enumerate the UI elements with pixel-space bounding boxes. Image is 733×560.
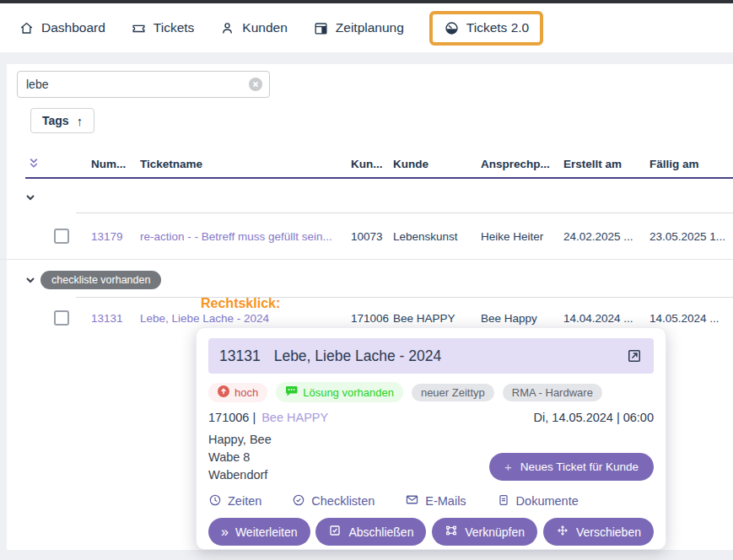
ticket-icon <box>131 20 147 36</box>
search-input[interactable] <box>17 71 270 98</box>
ticket-context-popup: 13131 Lebe, Liebe Lache - 2024 hoch Lösu… <box>196 327 666 550</box>
clear-search-icon[interactable] <box>248 77 263 95</box>
ticket-number-link[interactable]: 13179 <box>91 230 140 243</box>
tag-badge: RMA - Hardware <box>503 384 602 401</box>
nav-item-tickets-2-0[interactable]: Tickets 2.0 <box>444 20 529 36</box>
tags-button-label: Tags <box>42 114 69 127</box>
new-ticket-button-label: Neues Ticket für Kunde <box>520 460 639 473</box>
ticket-number-link[interactable]: 13131 <box>91 312 140 325</box>
cell-erstellt-am: 14.04.2024 ... <box>563 312 649 325</box>
popup-ticket-title: Lebe, Liebe Lache - 2024 <box>274 347 442 365</box>
table-header-row: Num... Ticketname Kun... Kunde Ansprechp… <box>17 150 733 177</box>
cell-kunde: Lebenskunst <box>393 230 481 243</box>
solution-badge: Lösung vorhanden <box>276 382 403 402</box>
search-field <box>17 71 270 98</box>
popup-actions: » Weiterleiten Abschließen Verknüpfen Ve… <box>208 518 654 546</box>
popup-badges: hoch Lösung vorhanden neuer Zeittyp RMA … <box>208 382 654 402</box>
move-icon <box>556 524 569 540</box>
table-row[interactable]: 13179 re-action - - Betreff muss gefüllt… <box>17 213 733 259</box>
document-icon <box>497 493 510 509</box>
due-date: Di, 14.05.2024 | 06:00 <box>534 411 654 424</box>
nav-item-tickets[interactable]: Tickets <box>131 20 195 36</box>
ticket-name-link[interactable]: re-action - - Betreff muss gefüllt sein.… <box>140 230 351 243</box>
header-kunden-nr[interactable]: Kun... <box>351 158 393 170</box>
bottom-band <box>0 550 733 560</box>
abschliessen-button[interactable]: Abschließen <box>315 518 426 546</box>
nav-label-dashboard: Dashboard <box>41 20 105 35</box>
speech-bubble-icon <box>285 385 298 400</box>
cell-kunde: Bee HAPPY <box>393 312 481 325</box>
envelope-icon <box>405 493 419 509</box>
popup-titlebar: 13131 Lebe, Liebe Lache - 2024 <box>208 338 654 374</box>
group-tag-badge[interactable]: checkliste vorhanden <box>40 271 161 289</box>
nav-item-kunden[interactable]: Kunden <box>219 20 287 36</box>
popup-links: Zeiten Checklisten E-Mails Dokumente <box>208 493 654 509</box>
chevrons-right-icon: » <box>221 525 229 539</box>
header-erstellt-am[interactable]: Erstellt am <box>563 158 649 170</box>
new-ticket-button[interactable]: + Neues Ticket für Kunde <box>489 453 654 481</box>
rechtsklick-annotation: Rechtsklick: <box>201 296 280 311</box>
tags-sort-button[interactable]: Tags ↑ <box>30 108 94 133</box>
chevron-down-icon[interactable] <box>24 273 37 287</box>
customer-name-link[interactable]: Bee HAPPY <box>261 411 328 424</box>
verknuepfen-label: Verknüpfen <box>465 525 525 539</box>
customer-number: 171006 | <box>208 411 256 424</box>
link-zeiten-label: Zeiten <box>228 494 261 508</box>
address-line: Happy, Bee <box>208 431 654 449</box>
popup-customer-row: 171006 | Bee HAPPY Di, 14.05.2024 | 06:0… <box>208 411 654 424</box>
verknuepfen-button[interactable]: Verknüpfen <box>432 518 537 546</box>
link-emails-label: E-Mails <box>425 494 466 508</box>
row-checkbox[interactable] <box>54 310 69 326</box>
verschieben-label: Verschieben <box>576 525 641 539</box>
chevron-down-icon[interactable] <box>24 191 37 204</box>
ticket-table: Num... Ticketname Kun... Kunde Ansprechp… <box>17 150 733 338</box>
check-square-icon <box>328 524 342 540</box>
check-circle-icon <box>292 493 305 509</box>
solution-badge-label: Lösung vorhanden <box>303 386 394 399</box>
verschieben-button[interactable]: Verschieben <box>543 518 654 546</box>
calendar-icon <box>313 20 329 36</box>
cell-faellig-am: 14.05.2024 ... <box>649 312 733 325</box>
home-icon <box>19 20 35 36</box>
group-header: checkliste vorhanden <box>17 260 733 297</box>
nav-item-zeitplanung[interactable]: Zeitplanung <box>313 20 404 36</box>
header-ticketname[interactable]: Ticketname <box>140 158 351 170</box>
link-dokumente[interactable]: Dokumente <box>497 493 579 509</box>
plus-icon: + <box>504 460 512 474</box>
ticket-name-link[interactable]: Lebe, Liebe Lache - 2024 <box>140 312 351 325</box>
weiterleiten-button[interactable]: » Weiterleiten <box>208 518 310 546</box>
abschliessen-label: Abschließen <box>348 525 413 539</box>
main-content: Tags ↑ Num... Ticketname Kun... Kunde An… <box>7 64 733 338</box>
user-icon <box>219 20 235 36</box>
row-checkbox[interactable] <box>54 229 69 244</box>
selection-frame-icon <box>445 524 458 540</box>
header-kunde[interactable]: Kunde <box>393 158 481 170</box>
nav-separator-band <box>0 52 733 64</box>
cell-faellig-am: 23.05.2025 1... <box>649 230 733 243</box>
top-navigation: Dashboard Tickets Kunden Zeitplanung Tic… <box>0 3 733 52</box>
arrow-up-circle-icon <box>218 385 229 400</box>
priority-badge: hoch <box>208 383 267 402</box>
cell-ansprechpartner: Heike Heiter <box>481 230 563 243</box>
link-emails[interactable]: E-Mails <box>405 493 466 509</box>
link-checklisten-label: Checklisten <box>311 494 375 508</box>
collapse-all-icon[interactable] <box>17 155 51 172</box>
header-number[interactable]: Num... <box>91 158 140 170</box>
header-faellig-am[interactable]: Fällig am <box>649 158 733 170</box>
nav-label-zeitplanung: Zeitplanung <box>336 20 404 35</box>
link-checklisten[interactable]: Checklisten <box>292 493 375 509</box>
header-ansprechpartner[interactable]: Ansprechp... <box>481 158 563 170</box>
link-zeiten[interactable]: Zeiten <box>208 493 261 509</box>
group-header <box>17 179 733 213</box>
nav-item-dashboard[interactable]: Dashboard <box>19 20 105 36</box>
nav-label-tickets: Tickets <box>154 20 195 35</box>
cell-ansprechpartner: Bee Happy <box>481 312 563 325</box>
link-dokumente-label: Dokumente <box>516 494 579 508</box>
priority-badge-label: hoch <box>234 386 258 399</box>
active-nav-highlight: Tickets 2.0 <box>429 11 543 46</box>
sort-up-arrow-icon: ↑ <box>77 114 84 128</box>
tag-badge: neuer Zeittyp <box>412 384 494 401</box>
cell-kunden-nr: 171006 <box>351 312 393 325</box>
popup-ticket-number: 13131 <box>219 347 261 365</box>
external-link-icon[interactable] <box>626 347 643 364</box>
